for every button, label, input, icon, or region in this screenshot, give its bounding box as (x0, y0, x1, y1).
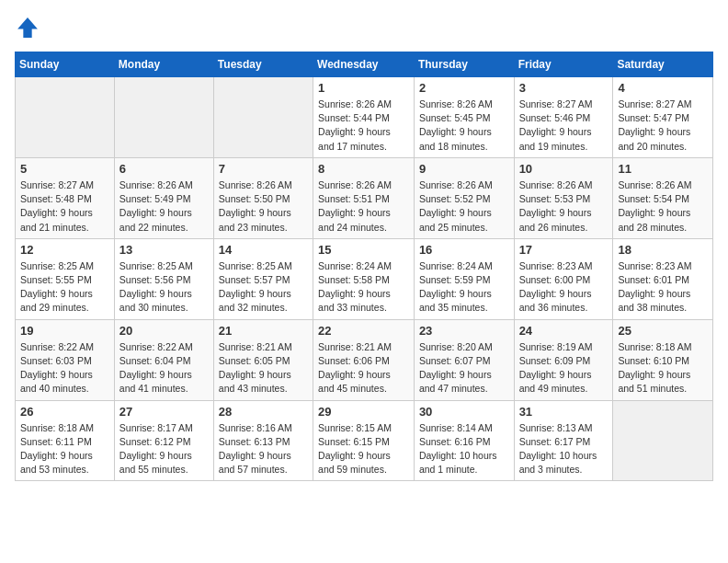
day-info: Sunrise: 8:27 AM Sunset: 5:48 PM Dayligh… (20, 178, 109, 235)
day-info: Sunrise: 8:22 AM Sunset: 6:03 PM Dayligh… (20, 340, 109, 396)
day-number: 3 (519, 81, 609, 95)
calendar-cell: 24Sunrise: 8:19 AM Sunset: 6:09 PM Dayli… (514, 319, 613, 400)
day-info: Sunrise: 8:26 AM Sunset: 5:51 PM Dayligh… (318, 178, 409, 235)
day-info: Sunrise: 8:13 AM Sunset: 6:17 PM Dayligh… (519, 421, 609, 477)
day-number: 30 (419, 405, 509, 419)
day-info: Sunrise: 8:24 AM Sunset: 5:59 PM Dayligh… (419, 259, 509, 316)
day-number: 28 (219, 405, 308, 419)
column-header-wednesday: Wednesday (313, 52, 415, 77)
day-number: 16 (419, 243, 509, 257)
calendar-cell: 26Sunrise: 8:18 AM Sunset: 6:11 PM Dayli… (16, 400, 115, 481)
day-number: 27 (119, 405, 209, 419)
day-number: 10 (519, 162, 609, 176)
day-number: 26 (20, 405, 109, 419)
day-number: 9 (419, 162, 509, 176)
calendar-cell (16, 77, 115, 158)
day-number: 12 (20, 243, 109, 257)
day-number: 15 (318, 243, 409, 257)
day-info: Sunrise: 8:18 AM Sunset: 6:10 PM Dayligh… (618, 340, 708, 396)
calendar-cell: 2Sunrise: 8:26 AM Sunset: 5:45 PM Daylig… (414, 77, 514, 158)
column-header-monday: Monday (114, 52, 213, 77)
day-info: Sunrise: 8:26 AM Sunset: 5:53 PM Dayligh… (519, 178, 609, 235)
day-number: 18 (618, 243, 708, 257)
calendar-cell: 28Sunrise: 8:16 AM Sunset: 6:13 PM Dayli… (213, 400, 313, 481)
day-number: 8 (318, 162, 409, 176)
day-number: 24 (519, 324, 609, 338)
logo (15, 15, 44, 40)
day-number: 14 (219, 243, 308, 257)
day-number: 22 (318, 324, 409, 338)
day-number: 1 (318, 81, 409, 95)
calendar-week-row: 19Sunrise: 8:22 AM Sunset: 6:03 PM Dayli… (16, 319, 713, 400)
calendar-cell: 14Sunrise: 8:25 AM Sunset: 5:57 PM Dayli… (213, 238, 313, 319)
day-info: Sunrise: 8:22 AM Sunset: 6:04 PM Dayligh… (119, 340, 209, 396)
calendar-week-row: 5Sunrise: 8:27 AM Sunset: 5:48 PM Daylig… (16, 157, 713, 238)
calendar-cell: 31Sunrise: 8:13 AM Sunset: 6:17 PM Dayli… (514, 400, 613, 481)
day-info: Sunrise: 8:26 AM Sunset: 5:49 PM Dayligh… (119, 178, 209, 235)
calendar-cell: 20Sunrise: 8:22 AM Sunset: 6:04 PM Dayli… (114, 319, 213, 400)
day-info: Sunrise: 8:23 AM Sunset: 6:01 PM Dayligh… (618, 259, 708, 316)
day-info: Sunrise: 8:26 AM Sunset: 5:45 PM Dayligh… (419, 98, 509, 154)
day-info: Sunrise: 8:24 AM Sunset: 5:58 PM Dayligh… (318, 259, 409, 316)
calendar-cell: 5Sunrise: 8:27 AM Sunset: 5:48 PM Daylig… (16, 157, 115, 238)
day-info: Sunrise: 8:16 AM Sunset: 6:13 PM Dayligh… (219, 421, 308, 477)
day-info: Sunrise: 8:20 AM Sunset: 6:07 PM Dayligh… (419, 340, 509, 396)
day-number: 17 (519, 243, 609, 257)
calendar-cell: 9Sunrise: 8:26 AM Sunset: 5:52 PM Daylig… (414, 157, 514, 238)
calendar-cell: 18Sunrise: 8:23 AM Sunset: 6:01 PM Dayli… (613, 238, 713, 319)
svg-marker-0 (17, 17, 38, 38)
day-number: 25 (618, 324, 708, 338)
calendar-week-row: 1Sunrise: 8:26 AM Sunset: 5:44 PM Daylig… (16, 77, 713, 158)
day-info: Sunrise: 8:19 AM Sunset: 6:09 PM Dayligh… (519, 340, 609, 396)
calendar-cell: 15Sunrise: 8:24 AM Sunset: 5:58 PM Dayli… (313, 238, 415, 319)
calendar-week-row: 12Sunrise: 8:25 AM Sunset: 5:55 PM Dayli… (16, 238, 713, 319)
day-info: Sunrise: 8:21 AM Sunset: 6:05 PM Dayligh… (219, 340, 308, 396)
calendar-cell: 22Sunrise: 8:21 AM Sunset: 6:06 PM Dayli… (313, 319, 415, 400)
calendar-cell: 1Sunrise: 8:26 AM Sunset: 5:44 PM Daylig… (313, 77, 415, 158)
calendar-cell: 3Sunrise: 8:27 AM Sunset: 5:46 PM Daylig… (514, 77, 613, 158)
day-info: Sunrise: 8:26 AM Sunset: 5:52 PM Dayligh… (419, 178, 509, 235)
day-info: Sunrise: 8:17 AM Sunset: 6:12 PM Dayligh… (119, 421, 209, 477)
day-number: 20 (119, 324, 209, 338)
calendar-cell: 30Sunrise: 8:14 AM Sunset: 6:16 PM Dayli… (414, 400, 514, 481)
day-number: 4 (618, 81, 708, 95)
calendar-cell: 11Sunrise: 8:26 AM Sunset: 5:54 PM Dayli… (613, 157, 713, 238)
calendar-week-row: 26Sunrise: 8:18 AM Sunset: 6:11 PM Dayli… (16, 400, 713, 481)
day-number: 2 (419, 81, 509, 95)
day-number: 23 (419, 324, 509, 338)
day-info: Sunrise: 8:18 AM Sunset: 6:11 PM Dayligh… (20, 421, 109, 477)
calendar-cell: 16Sunrise: 8:24 AM Sunset: 5:59 PM Dayli… (414, 238, 514, 319)
day-number: 31 (519, 405, 609, 419)
calendar-cell: 8Sunrise: 8:26 AM Sunset: 5:51 PM Daylig… (313, 157, 415, 238)
calendar-header-row: SundayMondayTuesdayWednesdayThursdayFrid… (16, 52, 713, 77)
column-header-thursday: Thursday (414, 52, 514, 77)
day-info: Sunrise: 8:26 AM Sunset: 5:54 PM Dayligh… (618, 178, 708, 235)
day-info: Sunrise: 8:25 AM Sunset: 5:55 PM Dayligh… (20, 259, 109, 316)
day-number: 7 (219, 162, 308, 176)
calendar-table: SundayMondayTuesdayWednesdayThursdayFrid… (15, 52, 713, 481)
calendar-cell: 19Sunrise: 8:22 AM Sunset: 6:03 PM Dayli… (16, 319, 115, 400)
calendar-cell (213, 77, 313, 158)
calendar-cell: 7Sunrise: 8:26 AM Sunset: 5:50 PM Daylig… (213, 157, 313, 238)
calendar-cell: 13Sunrise: 8:25 AM Sunset: 5:56 PM Dayli… (114, 238, 213, 319)
column-header-sunday: Sunday (16, 52, 115, 77)
day-number: 19 (20, 324, 109, 338)
day-info: Sunrise: 8:25 AM Sunset: 5:56 PM Dayligh… (119, 259, 209, 316)
calendar-cell: 6Sunrise: 8:26 AM Sunset: 5:49 PM Daylig… (114, 157, 213, 238)
day-number: 11 (618, 162, 708, 176)
column-header-saturday: Saturday (613, 52, 713, 77)
day-info: Sunrise: 8:21 AM Sunset: 6:06 PM Dayligh… (318, 340, 409, 396)
calendar-cell: 4Sunrise: 8:27 AM Sunset: 5:47 PM Daylig… (613, 77, 713, 158)
calendar-cell: 21Sunrise: 8:21 AM Sunset: 6:05 PM Dayli… (213, 319, 313, 400)
column-header-tuesday: Tuesday (213, 52, 313, 77)
day-info: Sunrise: 8:26 AM Sunset: 5:44 PM Dayligh… (318, 98, 409, 154)
calendar-cell: 23Sunrise: 8:20 AM Sunset: 6:07 PM Dayli… (414, 319, 514, 400)
calendar-cell: 10Sunrise: 8:26 AM Sunset: 5:53 PM Dayli… (514, 157, 613, 238)
calendar-cell (114, 77, 213, 158)
calendar-cell: 17Sunrise: 8:23 AM Sunset: 6:00 PM Dayli… (514, 238, 613, 319)
logo-icon (15, 15, 40, 40)
day-number: 13 (119, 243, 209, 257)
day-info: Sunrise: 8:27 AM Sunset: 5:47 PM Dayligh… (618, 98, 708, 154)
calendar-cell: 29Sunrise: 8:15 AM Sunset: 6:15 PM Dayli… (313, 400, 415, 481)
day-number: 6 (119, 162, 209, 176)
